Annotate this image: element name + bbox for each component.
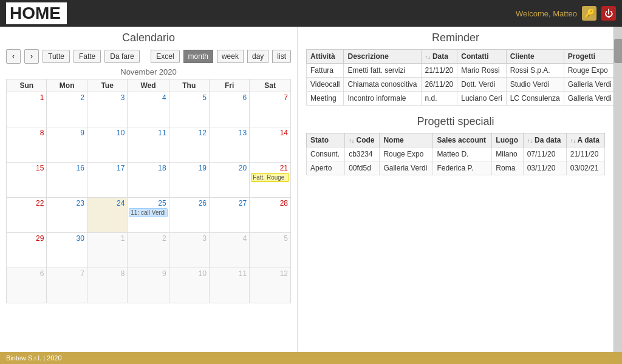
table-row: 6 7 8 9 10 11 12: [7, 268, 291, 303]
col-stato[interactable]: Stato: [307, 133, 345, 147]
calendar-day[interactable]: 8: [7, 127, 47, 163]
list-item: 03/11/20: [523, 161, 566, 175]
next-button[interactable]: ›: [24, 49, 39, 64]
list-item: 03/02/21: [566, 161, 604, 175]
key-icon[interactable]: 🔑: [582, 6, 596, 21]
calendar-day[interactable]: 12: [169, 127, 209, 163]
col-nome[interactable]: Nome: [380, 133, 433, 147]
calendar-day[interactable]: 23: [47, 198, 87, 233]
calendar-day[interactable]: 15: [7, 163, 47, 198]
list-item: Galleria Verdi: [380, 161, 433, 175]
list-item: Milano: [492, 147, 523, 161]
week-view-button[interactable]: week: [217, 50, 244, 63]
calendar-day[interactable]: 4: [128, 92, 169, 127]
calendar-day-other[interactable]: 2: [128, 233, 169, 268]
welcome-text: Welcome, Matteo: [516, 9, 577, 18]
calendar-toolbar: ‹ › Tutte Fatte Da fare Excel month week…: [6, 49, 291, 64]
calendar-day-other[interactable]: 12: [250, 268, 291, 303]
calendar-day[interactable]: 26: [169, 198, 209, 233]
calendar-day[interactable]: 18: [128, 163, 169, 198]
excel-button[interactable]: Excel: [151, 50, 179, 63]
progetti-section-title: Progetti speciali: [306, 115, 605, 128]
col-a-data[interactable]: ↑↓ A data: [566, 133, 604, 147]
calendar-day[interactable]: 11: [128, 127, 169, 163]
calendar-day-other[interactable]: 11: [209, 268, 249, 303]
calendar-day[interactable]: 20: [209, 163, 249, 198]
progetti-table-body: Consunt.cb3234Rouge ExpoMatteo D.Milano0…: [307, 147, 605, 175]
scrollbar-thumb[interactable]: [614, 39, 622, 63]
table-header-row: Attività Descrizione ↑↓ Data Contatti Cl…: [307, 50, 614, 64]
calendar-day-other[interactable]: 3: [169, 233, 209, 268]
list-item: n.d.: [421, 92, 457, 106]
col-wed: Wed: [128, 79, 169, 92]
col-contatti[interactable]: Contatti: [457, 50, 506, 64]
prev-button[interactable]: ‹: [6, 49, 21, 64]
list-item: Videocall: [307, 78, 344, 92]
tutte-button[interactable]: Tutte: [43, 50, 70, 63]
list-item: Galleria Verdi: [564, 92, 613, 106]
col-cliente[interactable]: Cliente: [506, 50, 564, 64]
footer: Bintew S.r.l. | 2020: [0, 352, 622, 364]
calendar-day[interactable]: 6: [209, 92, 249, 127]
list-item: cb3234: [345, 147, 380, 161]
table-row: 22 23 24 25 11: call Verdi 26 27 28: [7, 198, 291, 233]
calendar-day-other[interactable]: 7: [47, 268, 87, 303]
calendar-day[interactable]: 27: [209, 198, 249, 233]
col-sales[interactable]: Sales account: [433, 133, 492, 147]
calendar-day[interactable]: 10: [87, 127, 127, 163]
day-view-button[interactable]: day: [247, 50, 268, 63]
calendar-day[interactable]: 13: [209, 127, 249, 163]
calendar-day-other[interactable]: 4: [209, 233, 249, 268]
power-icon[interactable]: ⏻: [601, 6, 616, 21]
calendar-day-other[interactable]: 6: [7, 268, 47, 303]
calendar-day[interactable]: 1: [7, 92, 47, 127]
col-mon: Mon: [47, 79, 87, 92]
list-item: Dott. Verdi: [457, 78, 506, 92]
list-item: Roma: [492, 161, 523, 175]
calendar-day-other[interactable]: 8: [87, 268, 127, 303]
event-fatt-rouge[interactable]: Fatt. Rouge: [251, 173, 289, 182]
calendar-day[interactable]: 22: [7, 198, 47, 233]
calendar-day[interactable]: 29: [7, 233, 47, 268]
col-da-data[interactable]: ↑↓ Da data: [523, 133, 566, 147]
month-view-button[interactable]: month: [183, 50, 213, 63]
calendar-section-title: Calendario: [6, 32, 291, 44]
calendar-day[interactable]: 16: [47, 163, 87, 198]
list-view-button[interactable]: list: [272, 50, 291, 63]
calendar-day[interactable]: 28: [250, 198, 291, 233]
calendar-day[interactable]: 25 11: call Verdi: [128, 198, 169, 233]
calendar-day[interactable]: 2: [47, 92, 87, 127]
calendar-day-other[interactable]: 5: [250, 233, 291, 268]
calendar-day[interactable]: 3: [87, 92, 127, 127]
list-item: 07/11/20: [523, 147, 566, 161]
calendar-day[interactable]: 17: [87, 163, 127, 198]
event-call-verdi[interactable]: 11: call Verdi: [129, 208, 167, 217]
col-progetti[interactable]: Progetti: [564, 50, 613, 64]
da-fare-button[interactable]: Da fare: [104, 50, 139, 63]
scrollbar[interactable]: [613, 27, 622, 352]
right-panel: Reminder Attività Descrizione ↑↓ Data Co…: [298, 27, 613, 352]
header: HOME Welcome, Matteo 🔑 ⏻: [0, 0, 622, 27]
calendar-day[interactable]: 21 Fatt. Rouge: [250, 163, 291, 198]
calendar-day-other[interactable]: 10: [169, 268, 209, 303]
calendar-day[interactable]: 30: [47, 233, 87, 268]
calendar-day[interactable]: 7: [250, 92, 291, 127]
col-data[interactable]: ↑↓ Data: [421, 50, 457, 64]
calendar-day[interactable]: 19: [169, 163, 209, 198]
calendar-day-today[interactable]: 24: [87, 198, 127, 233]
table-row: 1 2 3 4 5 6 7: [7, 92, 291, 127]
calendar-day-other[interactable]: 9: [128, 268, 169, 303]
table-row: 8 9 10 11 12 13 14: [7, 127, 291, 163]
list-item: Matteo D.: [433, 147, 492, 161]
col-descrizione[interactable]: Descrizione: [344, 50, 421, 64]
fatte-button[interactable]: Fatte: [73, 50, 101, 63]
col-attivita[interactable]: Attività: [307, 50, 344, 64]
calendar-day-other[interactable]: 1: [87, 233, 127, 268]
calendar-day[interactable]: 9: [47, 127, 87, 163]
list-item: 21/11/20: [566, 147, 604, 161]
col-luogo[interactable]: Luogo: [492, 133, 523, 147]
col-code[interactable]: ↑↓ Code: [345, 133, 380, 147]
calendar-day[interactable]: 5: [169, 92, 209, 127]
calendar-day[interactable]: 14: [250, 127, 291, 163]
reminder-table: Attività Descrizione ↑↓ Data Contatti Cl…: [306, 49, 613, 106]
